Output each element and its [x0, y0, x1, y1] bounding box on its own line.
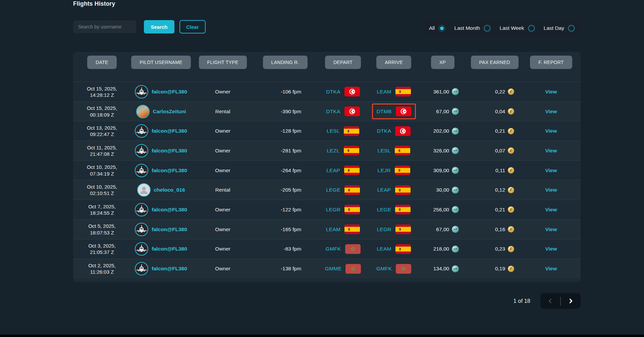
column-header-landing-r-[interactable]: LANDING R.: [263, 56, 308, 69]
depart-cell: LEAP: [316, 165, 370, 175]
spain-flag-icon: [344, 126, 359, 136]
search-input[interactable]: [73, 20, 136, 33]
spain-flag-icon: [344, 146, 359, 155]
airport-code: GMME: [325, 266, 341, 272]
view-report-link[interactable]: View: [545, 226, 557, 232]
flight-type-cell: Owner: [191, 89, 254, 95]
aircraft-avatar-icon: [136, 224, 147, 235]
pilot-username[interactable]: falcon@FL380: [152, 167, 187, 174]
view-report-link[interactable]: View: [545, 167, 557, 174]
date-line1: Oct 11, 2025,: [73, 144, 131, 151]
radio-unselected-icon[interactable]: [528, 25, 535, 32]
chevron-right-icon: [568, 298, 574, 304]
column-header-flight-type[interactable]: FLIGHT TYPE: [199, 56, 247, 69]
xp-value: 134,00: [433, 266, 449, 272]
column-header-f-report[interactable]: F. REPORT: [530, 56, 572, 69]
column-header-pilot-username[interactable]: PILOT USERNAME: [131, 56, 191, 69]
franc-coin-icon: F: [508, 88, 514, 95]
landing-rate-cell: -205 fpm: [254, 187, 316, 193]
franc-coin-icon: F: [508, 147, 514, 154]
column-header-arrive[interactable]: ARRIVE: [376, 56, 411, 69]
view-report-link[interactable]: View: [545, 266, 557, 272]
view-report-link[interactable]: View: [545, 128, 557, 134]
header-cell: F. REPORT: [522, 56, 581, 69]
radio-unselected-icon[interactable]: [484, 25, 491, 32]
column-header-depart[interactable]: DEPART: [325, 56, 361, 69]
filter-label: Last Day: [544, 25, 564, 31]
pilot-username[interactable]: falcon@FL380: [152, 266, 187, 272]
pilot-username[interactable]: falcon@FL380: [152, 89, 187, 95]
pilot-username[interactable]: falcon@FL380: [152, 128, 187, 134]
airport-code: LESL: [378, 148, 391, 154]
depart-cell: GMME: [316, 264, 370, 274]
spain-flag-icon: [395, 146, 410, 155]
date-line1: Oct 15, 2025,: [73, 85, 131, 92]
pax-cell: 0,04F: [468, 108, 522, 115]
pilot-username[interactable]: cheloco_016: [154, 187, 185, 193]
filter-last-day[interactable]: Last Day: [544, 25, 575, 32]
arrive-cell: LEAM: [370, 244, 418, 254]
avatar: [136, 105, 150, 118]
airport-group: GMME: [325, 264, 361, 274]
airport-group: GMFK: [376, 264, 411, 274]
date-line2: 00:18:09 Z: [73, 112, 131, 118]
date-cell: Oct 13, 2025,09:22:47 Z: [73, 125, 131, 137]
header-cell: PAX EARNED: [468, 56, 522, 69]
column-header-date[interactable]: DATE: [87, 56, 117, 69]
next-page-button[interactable]: [567, 297, 575, 305]
header-cell: DEPART: [316, 56, 370, 69]
view-report-link[interactable]: View: [545, 187, 557, 193]
arrive-cell: LEAP: [370, 185, 418, 195]
pax-cell: 0,12F: [468, 187, 522, 193]
radio-selected-icon[interactable]: [438, 25, 445, 32]
table-row: Oct 7, 2025,18:24:55 Zfalcon@FL380Owner-…: [73, 200, 581, 219]
spain-flag-icon: [395, 165, 410, 175]
spain-flag-icon: [344, 224, 360, 234]
prev-page-button[interactable]: [546, 297, 554, 305]
filter-last-month[interactable]: Last Month: [454, 25, 491, 32]
date-cell: Oct 3, 2025,21:05:37 Z: [73, 243, 131, 255]
table-row: Oct 15, 2025,00:18:09 ZCarlosZeituniRent…: [73, 102, 581, 121]
filter-all[interactable]: All: [429, 25, 445, 32]
pilot-cell: falcon@FL380: [131, 223, 191, 236]
franc-coin-icon: F: [508, 266, 514, 272]
pilot-username[interactable]: falcon@FL380: [152, 226, 187, 232]
pilot-username[interactable]: CarlosZeituni: [153, 109, 186, 115]
xp-cell: 67,00XP: [418, 226, 468, 233]
view-report-link[interactable]: View: [545, 148, 557, 154]
landing-rate-cell: -281 fpm: [254, 148, 316, 154]
view-report-link[interactable]: View: [545, 89, 557, 95]
pax-cell: 0,19F: [468, 266, 522, 272]
xp-cell: 67,00XP: [418, 108, 468, 115]
view-report-link[interactable]: View: [545, 207, 557, 213]
arrive-cell: LEGR: [370, 224, 418, 234]
avatar: [135, 144, 148, 157]
date-line1: Oct 2, 2025,: [73, 262, 131, 269]
date-cell: Oct 2, 2025,11:26:03 Z: [73, 262, 131, 275]
column-header-xp[interactable]: XP: [431, 56, 454, 69]
airport-group: LEGR: [326, 205, 360, 214]
filter-last-week[interactable]: Last Week: [500, 25, 535, 32]
view-report-link[interactable]: View: [545, 109, 557, 115]
date-line1: Oct 13, 2025,: [73, 125, 131, 131]
column-header-pax-earned[interactable]: PAX EARNED: [471, 56, 519, 69]
date-line1: Oct 5, 2025,: [73, 223, 131, 229]
pilot-username[interactable]: falcon@FL380: [152, 148, 187, 154]
landing-rate-cell: -390 fpm: [254, 109, 316, 115]
search-button[interactable]: Search: [144, 20, 174, 33]
pax-value: 0,11: [495, 167, 505, 174]
view-report-link[interactable]: View: [545, 246, 557, 252]
pilot-username[interactable]: falcon@FL380: [152, 246, 187, 252]
clear-button[interactable]: Clear: [179, 20, 206, 33]
airport-code: LEAP: [326, 167, 340, 174]
bottom-edge-bar: [0, 335, 644, 337]
header-cell: ARRIVE: [370, 56, 418, 69]
report-cell: View: [522, 266, 581, 272]
airport-group: LEGE: [377, 205, 411, 214]
table-row: Oct 10, 2025,02:10:51 Zcheloco_016Rental…: [73, 180, 581, 200]
xp-cell: 218,00XP: [418, 246, 468, 253]
date-line1: Oct 7, 2025,: [73, 203, 131, 210]
pilot-username[interactable]: falcon@FL380: [152, 207, 187, 213]
radio-unselected-icon[interactable]: [568, 25, 575, 32]
report-cell: View: [522, 109, 581, 115]
